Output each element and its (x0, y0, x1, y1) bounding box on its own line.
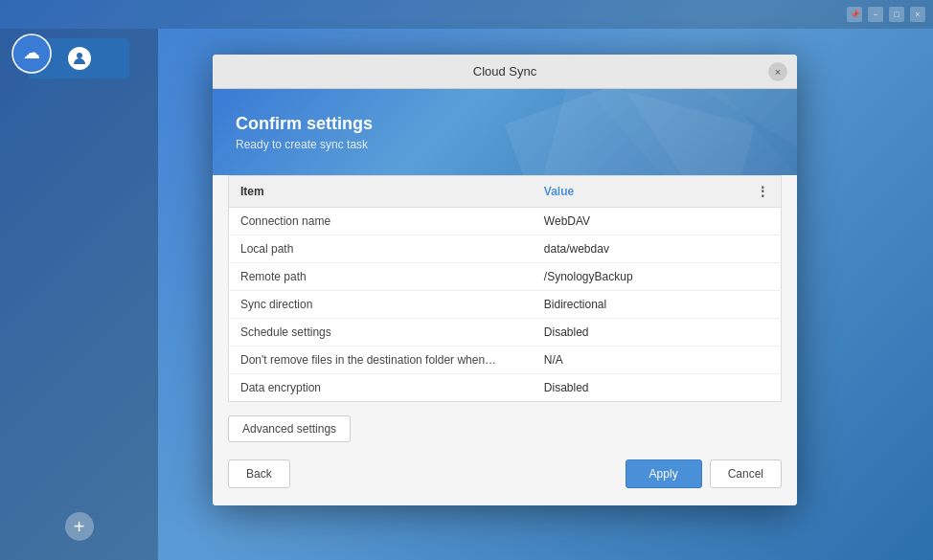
cancel-button[interactable]: Cancel (710, 459, 782, 488)
table-row: Connection nameWebDAV (229, 208, 782, 235)
row-value: WebDAV (533, 208, 744, 235)
cloud-sync-modal: Cloud Sync × Confirm settings Ready to c… (213, 55, 797, 505)
row-value: data/webdav (533, 235, 744, 263)
row-value: /SynologyBackup (533, 263, 744, 291)
advanced-settings-button[interactable]: Advanced settings (228, 415, 351, 442)
apply-button[interactable]: Apply (626, 459, 702, 488)
row-actions (744, 208, 782, 235)
advanced-settings-section: Advanced settings (228, 402, 782, 450)
back-button[interactable]: Back (228, 459, 290, 488)
desktop: 📌 − □ × + ☁ (0, 0, 933, 560)
row-item-label: Connection name (229, 208, 533, 235)
row-actions (744, 319, 782, 347)
modal-header: Confirm settings Ready to create sync ta… (213, 89, 797, 175)
col-header-actions: ⋮ (744, 176, 782, 208)
row-value: Disabled (533, 319, 744, 347)
modal-content: Item Value ⋮ Connection nameWebDAVLocal … (213, 175, 797, 505)
row-value: N/A (533, 347, 744, 374)
table-row: Sync directionBidirectional (229, 291, 782, 319)
row-actions (744, 374, 782, 402)
row-item-label: Data encryption (229, 374, 533, 402)
row-item-label: Schedule settings (229, 319, 533, 347)
modal-close-button[interactable]: × (768, 62, 787, 81)
footer-right-buttons: Apply Cancel (626, 459, 782, 488)
row-item-label: Sync direction (229, 291, 533, 319)
row-actions (744, 291, 782, 319)
row-item-label: Remote path (229, 263, 533, 291)
row-actions (744, 347, 782, 374)
settings-table: Item Value ⋮ Connection nameWebDAVLocal … (228, 175, 782, 402)
header-decoration (529, 89, 797, 175)
col-header-value: Value (533, 176, 744, 208)
modal-title: Cloud Sync (473, 64, 536, 78)
col-header-item: Item (229, 176, 533, 208)
modal-overlay: Cloud Sync × Confirm settings Ready to c… (0, 0, 933, 560)
modal-footer: Back Apply Cancel (228, 450, 782, 490)
table-row: Don't remove files in the destination fo… (229, 347, 782, 374)
table-row: Local pathdata/webdav (229, 235, 782, 263)
row-value: Disabled (533, 374, 744, 402)
row-actions (744, 263, 782, 291)
table-options-icon[interactable]: ⋮ (756, 184, 769, 199)
row-actions (744, 235, 782, 263)
modal-title-bar: Cloud Sync × (213, 55, 797, 89)
row-value: Bidirectional (533, 291, 744, 319)
table-row: Remote path/SynologyBackup (229, 263, 782, 291)
row-item-label: Don't remove files in the destination fo… (229, 347, 533, 374)
table-row: Data encryptionDisabled (229, 374, 782, 402)
row-item-label: Local path (229, 235, 533, 263)
table-row: Schedule settingsDisabled (229, 319, 782, 347)
